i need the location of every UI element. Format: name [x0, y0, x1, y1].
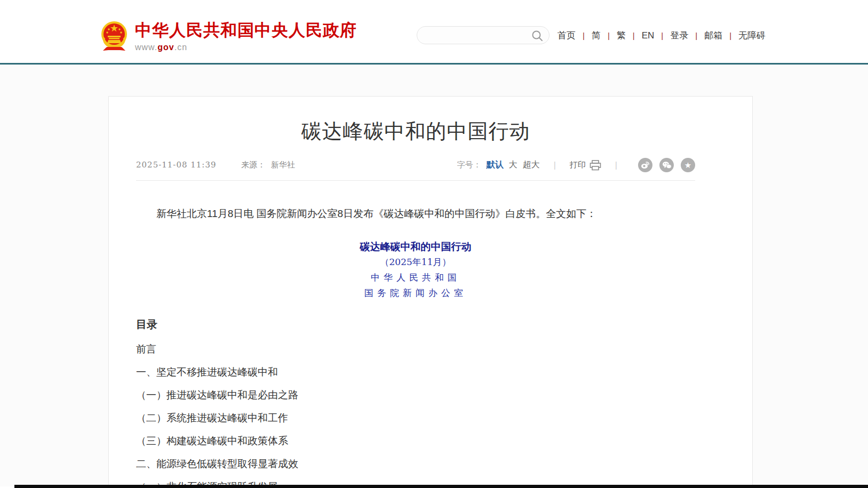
bottom-edge-bar: [14, 485, 868, 488]
article-card: 碳达峰碳中和的中国行动 2025-11-08 11:39 来源： 新华社 字号：…: [108, 96, 753, 488]
font-size-label: 字号：: [457, 160, 481, 170]
nav-home[interactable]: 首页: [558, 29, 576, 42]
font-size-large[interactable]: 大: [509, 159, 517, 171]
page-title: 碳达峰碳中和的中国行动: [136, 118, 695, 145]
wechat-icon: [662, 161, 672, 170]
toc-item-preface: 前言: [136, 344, 695, 355]
font-size-default[interactable]: 默认: [487, 159, 504, 171]
document-title: 碳达峰碳中和的中国行动: [136, 239, 695, 254]
weibo-icon: [641, 161, 650, 170]
font-size-xlarge[interactable]: 超大: [523, 159, 540, 171]
toc-item-1-1: （一）推进碳达峰碳中和是必由之路: [136, 390, 695, 401]
nav-accessibility[interactable]: 无障碍: [738, 29, 766, 42]
toc-item-1-2: （二）系统推进碳达峰碳中和工作: [136, 413, 695, 423]
top-nav: 首页| 简| 繁| EN| 登录| 邮箱| 无障碍: [558, 29, 766, 42]
meta-separator: |: [615, 161, 617, 170]
document-heading: 碳达峰碳中和的中国行动 （2025年11月） 中华人民共和国 国务院新闻办公室: [136, 239, 695, 301]
meta-separator: |: [554, 161, 556, 170]
share-buttons: ★: [631, 158, 695, 172]
site-header: 中华人民共和国中央人民政府 www.gov.cn 首页| 简| 繁| EN| 登…: [0, 0, 868, 65]
nav-login[interactable]: 登录: [670, 29, 688, 42]
publish-date: 2025-11-08 11:39: [136, 160, 216, 170]
site-url: www.gov.cn: [135, 43, 357, 52]
nav-separator: |: [695, 31, 697, 40]
toc-item-2: 二、能源绿色低碳转型取得显著成效: [136, 459, 695, 469]
national-emblem-icon: [101, 20, 128, 51]
nav-separator: |: [633, 31, 635, 40]
meta-left: 2025-11-08 11:39 来源： 新华社: [136, 160, 295, 170]
main-area: ☆ 收藏 ✎ 留言 碳达峰碳中和的中国行动 2025-11-08 11:39 来…: [0, 65, 868, 486]
search-input[interactable]: [426, 27, 527, 44]
printer-icon: [590, 160, 601, 171]
share-qzone-button[interactable]: ★: [681, 158, 695, 172]
qzone-star-icon: ★: [684, 161, 691, 169]
source-value[interactable]: 新华社: [271, 160, 295, 170]
print-button[interactable]: 打印: [570, 160, 601, 171]
site-logo[interactable]: 中华人民共和国中央人民政府 www.gov.cn: [101, 20, 357, 52]
article-meta: 2025-11-08 11:39 来源： 新华社 字号： 默认 大 超大 | 打…: [136, 158, 695, 181]
search-icon[interactable]: [531, 29, 544, 42]
share-weibo-button[interactable]: [638, 158, 652, 172]
toc-item-1: 一、坚定不移推进碳达峰碳中和: [136, 367, 695, 378]
document-author-line1: 中华人民共和国: [136, 270, 695, 285]
table-of-contents: 目录 前言 一、坚定不移推进碳达峰碳中和 （一）推进碳达峰碳中和是必由之路 （二…: [136, 317, 695, 488]
toc-heading: 目录: [136, 317, 695, 332]
nav-mail[interactable]: 邮箱: [704, 29, 722, 42]
nav-english[interactable]: EN: [642, 30, 655, 41]
lead-paragraph: 新华社北京11月8日电 国务院新闻办公室8日发布《碳达峰碳中和的中国行动》白皮书…: [136, 206, 695, 221]
nav-separator: |: [583, 31, 585, 40]
nav-separator: |: [661, 31, 663, 40]
nav-separator: |: [608, 31, 610, 40]
article-body: 新华社北京11月8日电 国务院新闻办公室8日发布《碳达峰碳中和的中国行动》白皮书…: [136, 206, 695, 488]
nav-simplified[interactable]: 简: [592, 29, 601, 42]
site-title: 中华人民共和国中央人民政府: [135, 21, 357, 39]
document-author-line2: 国务院新闻办公室: [136, 285, 695, 301]
meta-right: 字号： 默认 大 超大 | 打印 |: [457, 158, 695, 172]
document-date: （2025年11月）: [136, 254, 695, 270]
share-wechat-button[interactable]: [659, 158, 674, 172]
toc-item-1-3: （三）构建碳达峰碳中和政策体系: [136, 436, 695, 446]
search-box[interactable]: [417, 26, 550, 44]
nav-traditional[interactable]: 繁: [617, 29, 626, 42]
source-label: 来源：: [241, 160, 265, 170]
print-label: 打印: [570, 160, 586, 170]
nav-separator: |: [729, 31, 731, 40]
